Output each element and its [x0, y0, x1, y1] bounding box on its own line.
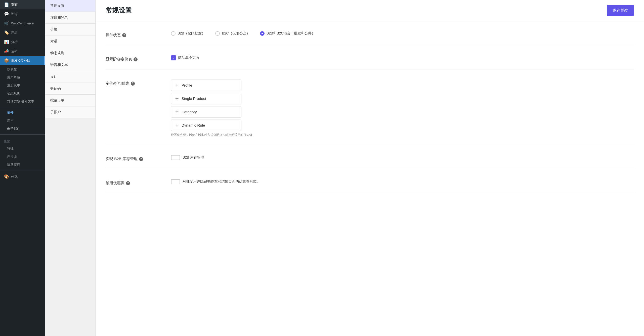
- sort-item-category[interactable]: ✛ Category: [171, 106, 241, 118]
- pages-icon: 📄: [4, 2, 9, 7]
- radio-b2b[interactable]: B2B（仅限批发）: [171, 31, 205, 36]
- settings-section-header: 设置: [0, 136, 45, 144]
- price-table-checkbox[interactable]: ✓: [171, 55, 176, 60]
- appearance-icon: 🎨: [4, 174, 9, 179]
- pricing-priority-label: 定价/折扣优先 ?: [106, 80, 161, 86]
- nav-language[interactable]: 语言和文本: [45, 59, 95, 71]
- sidebar-item-marketing[interactable]: 📣 营销: [0, 47, 45, 56]
- sidebar-users[interactable]: 用户: [0, 117, 45, 125]
- b2b-inventory-toggle[interactable]: [171, 155, 180, 160]
- nav-captcha[interactable]: 验证码: [45, 83, 95, 95]
- sidebar-item-comments[interactable]: 💬 评论: [0, 9, 45, 19]
- disable-coupon-control: 对批发用户隐藏购物车和结帐页面的优惠券形式。: [171, 179, 634, 184]
- sidebar-sub-conversation[interactable]: 对话类型 引号文本: [0, 97, 45, 105]
- main-header: 常规设置 保存更改: [96, 0, 644, 21]
- sidebar-item-wholesale[interactable]: 📦 批发X 专业版: [0, 56, 45, 65]
- radio-mixed[interactable]: B2B和B2C混合（批发和公共）: [260, 31, 315, 36]
- radio-group-plugin-status: B2B（仅限批发） B2C（仅限公众） B2B和B2C混合（批发和公共）: [171, 31, 634, 36]
- nav-bulk-order[interactable]: 批量订单: [45, 95, 95, 106]
- sidebar-item-analytics[interactable]: 📊 分析: [0, 37, 45, 47]
- disable-coupon-section: 禁用优惠券 ? 对批发用户隐藏购物车和结帐页面的优惠券形式。: [106, 179, 634, 193]
- comments-icon: 💬: [4, 12, 9, 16]
- nav-dynamic-rules[interactable]: 动态规则: [45, 47, 95, 59]
- nav-design[interactable]: 设计: [45, 71, 95, 83]
- disable-coupon-toggle-row: 对批发用户隐藏购物车和结帐页面的优惠券形式。: [171, 179, 634, 184]
- radio-circle-b2b[interactable]: [171, 31, 176, 36]
- checkmark-icon: ✓: [172, 56, 175, 60]
- sort-item-dynamic-rule[interactable]: ✛ Dynamic Rule: [171, 120, 241, 131]
- sidebar-sub-registration[interactable]: 注册表单: [0, 81, 45, 89]
- b2b-inventory-section: 实现 B2B 库存管理 ? B2B 库存管理: [106, 155, 634, 169]
- plugin-status-control: B2B（仅限批发） B2C（仅限公众） B2B和B2C混合（批发和公共）: [171, 31, 634, 36]
- woo-icon: 🛒: [4, 21, 9, 26]
- sidebar-sub-user-roles[interactable]: 用户角色: [0, 73, 45, 81]
- sort-item-profile[interactable]: ✛ Profile: [171, 80, 241, 91]
- analytics-icon: 📊: [4, 40, 9, 44]
- pricing-priority-control: ✛ Profile ✛ Single Product ✛ Category ✛ …: [171, 80, 634, 137]
- save-button[interactable]: 保存更改: [607, 5, 634, 16]
- price-table-label: 显示阶梯定价表 ?: [106, 55, 161, 62]
- sidebar-item-pages[interactable]: 📄 页面: [0, 0, 45, 9]
- sidebar-sub-dynamic-rules[interactable]: 动态规则: [0, 89, 45, 97]
- sidebar-item-woocommerce[interactable]: 🛒 WooCommerce: [0, 19, 45, 28]
- wholesale-icon: 📦: [4, 58, 9, 63]
- main-content: 常规设置 保存更改 插件状态 ? B2B（仅限批发） B2C（仅限公众）: [96, 0, 644, 336]
- radio-b2c[interactable]: B2C（仅限公众）: [215, 31, 250, 36]
- nav-registration[interactable]: 注册和登录: [45, 12, 95, 24]
- sidebar-support[interactable]: 快速支持: [0, 161, 45, 169]
- b2b-inventory-toggle-row: B2B 库存管理: [171, 155, 634, 160]
- products-icon: 🏷️: [4, 30, 9, 35]
- nav-conversation[interactable]: 对话: [45, 35, 95, 47]
- pricing-priority-section: 定价/折扣优先 ? ✛ Profile ✛ Single Product ✛ C…: [106, 80, 634, 145]
- drag-icon-profile: ✛: [175, 83, 179, 88]
- nav-price[interactable]: 价格: [45, 24, 95, 35]
- nav-general[interactable]: 常规设置: [45, 0, 95, 12]
- b2b-inventory-control: B2B 库存管理: [171, 155, 634, 160]
- sidebar-item-appearance[interactable]: 🎨 外观: [0, 172, 45, 181]
- sort-item-single-product[interactable]: ✛ Single Product: [171, 93, 241, 104]
- sidebar-plugins[interactable]: 插件: [0, 109, 45, 117]
- sidebar-emails[interactable]: 电子邮件: [0, 125, 45, 133]
- content-body: 插件状态 ? B2B（仅限批发） B2C（仅限公众） B2B和B2C混合（批发: [96, 21, 644, 213]
- price-table-checkbox-row: ✓ 商品单个页面: [171, 55, 634, 60]
- disable-coupon-help-icon[interactable]: ?: [126, 181, 130, 185]
- price-table-control: ✓ 商品单个页面: [171, 55, 634, 60]
- pricing-priority-help-icon[interactable]: ?: [131, 82, 135, 86]
- plugin-status-section: 插件状态 ? B2B（仅限批发） B2C（仅限公众） B2B和B2C混合（批发: [106, 31, 634, 45]
- nav-sub-accounts[interactable]: 子帐户: [45, 106, 95, 118]
- left-sidebar: 📄 页面 💬 评论 🛒 WooCommerce 🏷️ 产品 📊 分析 📣 营销 …: [0, 0, 45, 336]
- nav-sidebar: 常规设置 注册和登录 价格 对话 动态规则 语言和文本 设计 验证码 批量订单 …: [45, 0, 96, 336]
- sidebar-license[interactable]: 许可证: [0, 153, 45, 161]
- b2b-inventory-help-icon[interactable]: ?: [139, 157, 143, 161]
- pricing-priority-hint: 设置优先级，以便在以多种方式分配折扣时声明适用的优先级。: [171, 133, 634, 137]
- disable-coupon-toggle[interactable]: [171, 179, 180, 184]
- plugin-status-help-icon[interactable]: ?: [122, 33, 126, 37]
- b2b-inventory-label: 实现 B2B 库存管理 ?: [106, 155, 161, 161]
- drag-icon-dynamic-rule: ✛: [175, 123, 179, 128]
- sidebar-sub-dashboard[interactable]: 仪表盘: [0, 65, 45, 73]
- sidebar-item-products[interactable]: 🏷️ 产品: [0, 28, 45, 37]
- sortable-list: ✛ Profile ✛ Single Product ✛ Category ✛ …: [171, 80, 241, 131]
- radio-circle-b2c[interactable]: [215, 31, 220, 36]
- drag-icon-category: ✛: [175, 109, 179, 114]
- marketing-icon: 📣: [4, 49, 9, 54]
- disable-coupon-label: 禁用优惠券 ?: [106, 179, 161, 185]
- page-title: 常规设置: [106, 6, 132, 15]
- sidebar-features[interactable]: 特征: [0, 144, 45, 153]
- radio-circle-mixed[interactable]: [260, 31, 265, 36]
- drag-icon-single-product: ✛: [175, 96, 179, 101]
- plugin-status-label: 插件状态 ?: [106, 31, 161, 38]
- price-table-help-icon[interactable]: ?: [134, 57, 138, 61]
- price-table-section: 显示阶梯定价表 ? ✓ 商品单个页面: [106, 55, 634, 69]
